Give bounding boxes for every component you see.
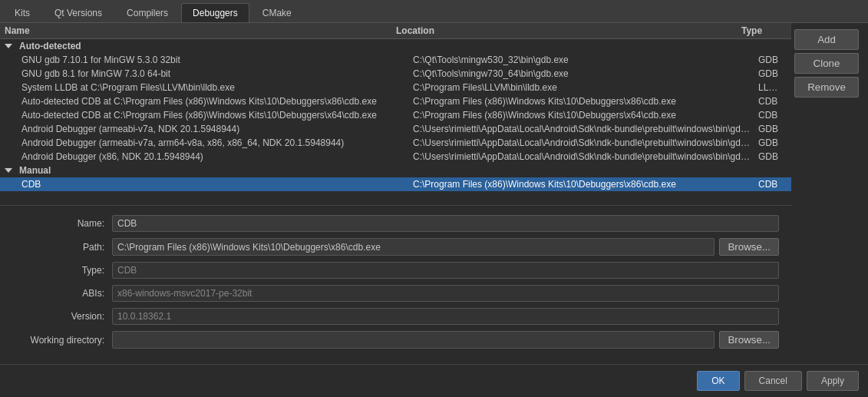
detail-area: Name: Path: Browse... Type: ABIs: bbox=[0, 206, 791, 364]
row-name: GNU gdb 8.1 for MinGW 7.3.0 64-bit bbox=[21, 68, 413, 79]
table-row[interactable]: GNU gdb 8.1 for MinGW 7.3.0 64-bit C:\Qt… bbox=[0, 67, 791, 81]
workdir-input[interactable] bbox=[112, 331, 715, 349]
row-location: C:\Users\rimietti\AppData\Local\Android\… bbox=[413, 137, 758, 148]
row-type: GDB bbox=[758, 124, 787, 134]
group-auto-detected[interactable]: Auto-detected bbox=[0, 39, 791, 53]
workdir-field-row: Working directory: Browse... bbox=[12, 331, 779, 349]
name-input[interactable] bbox=[112, 215, 779, 232]
ok-button[interactable]: OK bbox=[697, 371, 739, 391]
abis-field-row: ABIs: bbox=[12, 285, 779, 302]
left-panel: Name Location Type Auto-detected GNU gdb… bbox=[0, 23, 791, 364]
dialog: Kits Qt Versions Compilers Debuggers CMa… bbox=[0, 0, 868, 397]
workdir-browse-button[interactable]: Browse... bbox=[719, 331, 779, 349]
workdir-field-group: Browse... bbox=[112, 331, 779, 349]
table-row[interactable]: Auto-detected CDB at C:\Program Files (x… bbox=[0, 108, 791, 122]
row-type: CDB bbox=[758, 179, 787, 190]
path-browse-button[interactable]: Browse... bbox=[719, 238, 779, 256]
tab-bar: Kits Qt Versions Compilers Debuggers CMa… bbox=[0, 0, 868, 23]
row-location: C:\Program Files (x86)\Windows Kits\10\D… bbox=[413, 179, 758, 190]
table-row[interactable]: Android Debugger (armeabi-v7a, NDK 20.1.… bbox=[0, 122, 791, 136]
path-input[interactable] bbox=[112, 238, 715, 256]
row-type: CDB bbox=[758, 96, 787, 107]
group-label: Manual bbox=[19, 165, 51, 176]
row-type: CDB bbox=[758, 110, 787, 121]
abis-label: ABIs: bbox=[12, 288, 112, 299]
row-location: C:\Qt\Tools\mingw530_32\bin\gdb.exe bbox=[413, 55, 758, 65]
tab-cmake[interactable]: CMake bbox=[251, 3, 303, 22]
table-row[interactable]: GNU gdb 7.10.1 for MinGW 5.3.0 32bit C:\… bbox=[0, 53, 791, 67]
type-label: Type: bbox=[12, 265, 112, 276]
path-field-group: Browse... bbox=[112, 238, 779, 256]
type-field-row: Type: bbox=[12, 262, 779, 279]
row-location: C:\Qt\Tools\mingw730_64\bin\gdb.exe bbox=[413, 68, 758, 79]
table-row[interactable]: CDB C:\Program Files (x86)\Windows Kits\… bbox=[0, 177, 791, 191]
col-type: Type bbox=[741, 25, 787, 36]
name-label: Name: bbox=[12, 218, 112, 229]
table-row[interactable]: Android Debugger (x86, NDK 20.1.5948944)… bbox=[0, 150, 791, 164]
row-location: C:\Program Files (x86)\Windows Kits\10\D… bbox=[413, 110, 758, 121]
row-location: C:\Users\rimietti\AppData\Local\Android\… bbox=[413, 124, 758, 134]
row-name: Auto-detected CDB at C:\Program Files (x… bbox=[21, 110, 413, 121]
table-row[interactable]: Android Debugger (armeabi-v7a, arm64-v8a… bbox=[0, 136, 791, 150]
debugger-tree[interactable]: Name Location Type Auto-detected GNU gdb… bbox=[0, 23, 791, 206]
row-type: LLDB bbox=[758, 82, 787, 93]
col-location: Location bbox=[396, 25, 741, 36]
row-type: GDB bbox=[758, 55, 787, 65]
row-name: CDB bbox=[21, 179, 413, 190]
row-name: Android Debugger (armeabi-v7a, NDK 20.1.… bbox=[21, 124, 413, 134]
add-button[interactable]: Add bbox=[794, 29, 859, 50]
right-panel: Add Clone Remove bbox=[791, 23, 868, 364]
group-label: Auto-detected bbox=[19, 41, 81, 51]
col-name: Name bbox=[5, 25, 396, 36]
group-manual[interactable]: Manual bbox=[0, 164, 791, 177]
version-label: Version: bbox=[12, 311, 112, 322]
tab-kits[interactable]: Kits bbox=[3, 3, 41, 22]
row-name: Android Debugger (x86, NDK 20.1.5948944) bbox=[21, 151, 413, 162]
row-type: GDB bbox=[758, 68, 787, 79]
expand-icon bbox=[5, 44, 12, 48]
path-field-row: Path: Browse... bbox=[12, 238, 779, 256]
expand-icon bbox=[5, 168, 12, 173]
path-label: Path: bbox=[12, 242, 112, 253]
tab-compilers[interactable]: Compilers bbox=[115, 3, 180, 22]
row-name: System LLDB at C:\Program Files\LLVM\bin… bbox=[21, 82, 413, 93]
workdir-label: Working directory: bbox=[12, 335, 112, 346]
bottom-bar: OK Cancel Apply bbox=[0, 364, 868, 397]
name-field-row: Name: bbox=[12, 215, 779, 232]
tree-header: Name Location Type bbox=[0, 23, 791, 39]
clone-button[interactable]: Clone bbox=[794, 53, 859, 74]
row-location: C:\Program Files\LLVM\bin\lldb.exe bbox=[413, 82, 758, 93]
table-row[interactable]: Auto-detected CDB at C:\Program Files (x… bbox=[0, 94, 791, 108]
row-name: Android Debugger (armeabi-v7a, arm64-v8a… bbox=[21, 137, 413, 148]
row-type: GDB bbox=[758, 137, 787, 148]
version-input bbox=[112, 308, 779, 325]
remove-button[interactable]: Remove bbox=[794, 77, 859, 98]
tab-debuggers[interactable]: Debuggers bbox=[181, 3, 249, 22]
row-type: GDB bbox=[758, 151, 787, 162]
main-content: Name Location Type Auto-detected GNU gdb… bbox=[0, 23, 868, 364]
tab-qt-versions[interactable]: Qt Versions bbox=[43, 3, 114, 22]
version-field-row: Version: bbox=[12, 308, 779, 325]
row-name: Auto-detected CDB at C:\Program Files (x… bbox=[21, 96, 413, 107]
row-name: GNU gdb 7.10.1 for MinGW 5.3.0 32bit bbox=[21, 55, 413, 65]
cancel-button[interactable]: Cancel bbox=[744, 371, 802, 391]
table-row[interactable]: System LLDB at C:\Program Files\LLVM\bin… bbox=[0, 81, 791, 94]
abis-input bbox=[112, 285, 779, 302]
row-location: C:\Program Files (x86)\Windows Kits\10\D… bbox=[413, 96, 758, 107]
row-location: C:\Users\rimietti\AppData\Local\Android\… bbox=[413, 151, 758, 162]
type-input bbox=[112, 262, 779, 279]
apply-button[interactable]: Apply bbox=[807, 371, 859, 391]
